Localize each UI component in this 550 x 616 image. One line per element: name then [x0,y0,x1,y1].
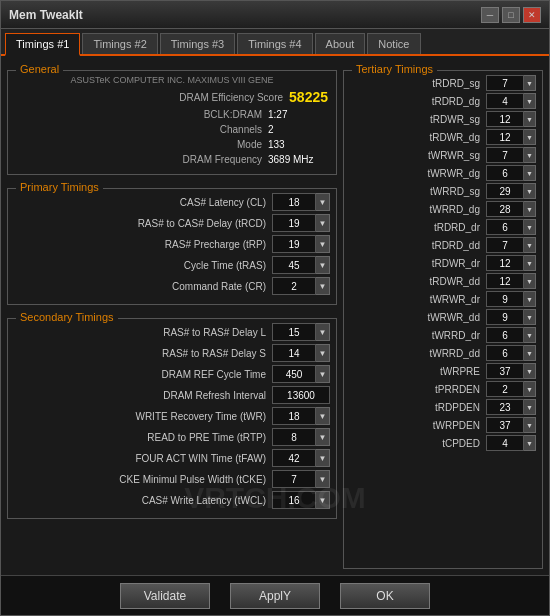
tertiary-dropdown-btn[interactable]: ▼ [524,147,536,163]
tertiary-timing-input[interactable] [486,327,524,343]
tertiary-dropdown-btn[interactable]: ▼ [524,399,536,415]
primary-dropdown-btn[interactable]: ▼ [316,214,330,232]
tertiary-row: tWRRD_sg ▼ [350,183,536,199]
tertiary-dropdown-btn[interactable]: ▼ [524,111,536,127]
primary-timing-input[interactable] [272,277,316,295]
tertiary-dropdown-btn[interactable]: ▼ [524,129,536,145]
secondary-timing-input[interactable] [272,407,316,425]
tertiary-timing-label: tWRRD_dr [350,330,486,341]
secondary-dropdown-btn[interactable]: ▼ [316,470,330,488]
close-button[interactable]: ✕ [523,7,541,23]
tab-timings1[interactable]: Timings #1 [5,33,80,56]
tertiary-timing-input[interactable] [486,345,524,361]
tertiary-dropdown-btn[interactable]: ▼ [524,417,536,433]
primary-row: RAS# to CAS# Delay (tRCD) ▼ [14,214,330,232]
tertiary-row: tRDRD_dd ▼ [350,237,536,253]
secondary-timing-input[interactable] [272,449,316,467]
tertiary-dropdown-btn[interactable]: ▼ [524,363,536,379]
secondary-dropdown-btn[interactable]: ▼ [316,407,330,425]
tertiary-timing-input[interactable] [486,435,524,451]
dram-efficiency-label: DRAM Efficiency Score [179,92,283,103]
primary-timing-input[interactable] [272,214,316,232]
primary-rows: CAS# Latency (CL) ▼ RAS# to CAS# Delay (… [14,193,330,295]
secondary-dropdown-btn[interactable]: ▼ [316,491,330,509]
tertiary-dropdown-btn[interactable]: ▼ [524,273,536,289]
restore-button[interactable]: □ [502,7,520,23]
tertiary-timing-input[interactable] [486,417,524,433]
tertiary-timing-input[interactable] [486,381,524,397]
primary-dropdown-btn[interactable]: ▼ [316,193,330,211]
minimize-button[interactable]: ─ [481,7,499,23]
secondary-dropdown-btn[interactable]: ▼ [316,449,330,467]
tertiary-timing-input[interactable] [486,219,524,235]
primary-dropdown-btn[interactable]: ▼ [316,256,330,274]
tertiary-timing-label: tWRRD_dg [350,204,486,215]
tertiary-timing-input[interactable] [486,363,524,379]
tertiary-timing-input[interactable] [486,237,524,253]
primary-timing-input[interactable] [272,193,316,211]
tertiary-timing-label: tRDRD_dg [350,96,486,107]
tertiary-dropdown-btn[interactable]: ▼ [524,201,536,217]
tertiary-dropdown-btn[interactable]: ▼ [524,219,536,235]
primary-timing-input[interactable] [272,235,316,253]
tertiary-dropdown-btn[interactable]: ▼ [524,75,536,91]
secondary-dropdown-btn[interactable]: ▼ [316,344,330,362]
tertiary-dropdown-btn[interactable]: ▼ [524,93,536,109]
tertiary-dropdown-btn[interactable]: ▼ [524,183,536,199]
tertiary-dropdown-btn[interactable]: ▼ [524,435,536,451]
secondary-timing-input[interactable] [272,386,330,404]
tab-about[interactable]: About [315,33,366,54]
primary-dropdown-btn[interactable]: ▼ [316,277,330,295]
secondary-timing-input[interactable] [272,323,316,341]
secondary-dropdown-btn[interactable]: ▼ [316,365,330,383]
tertiary-timing-input[interactable] [486,309,524,325]
tertiary-timing-input[interactable] [486,273,524,289]
ok-button[interactable]: OK [340,583,430,609]
tertiary-input-group: ▼ [486,345,536,361]
tab-notice[interactable]: Notice [367,33,420,54]
apply-button[interactable]: ApplY [230,583,320,609]
tertiary-timing-input[interactable] [486,165,524,181]
primary-timing-input[interactable] [272,256,316,274]
tertiary-timing-input[interactable] [486,183,524,199]
secondary-timing-input[interactable] [272,365,316,383]
secondary-dropdown-btn[interactable]: ▼ [316,428,330,446]
tertiary-timing-input[interactable] [486,201,524,217]
secondary-timing-input[interactable] [272,470,316,488]
primary-dropdown-btn[interactable]: ▼ [316,235,330,253]
tertiary-dropdown-btn[interactable]: ▼ [524,165,536,181]
tertiary-timing-input[interactable] [486,291,524,307]
secondary-group: Secondary Timings RAS# to RAS# Delay L ▼… [7,318,337,519]
tertiary-dropdown-btn[interactable]: ▼ [524,237,536,253]
tertiary-dropdown-btn[interactable]: ▼ [524,255,536,271]
secondary-dropdown-btn[interactable]: ▼ [316,323,330,341]
tertiary-timing-input[interactable] [486,129,524,145]
tab-timings4[interactable]: Timings #4 [237,33,312,54]
tertiary-timing-input[interactable] [486,399,524,415]
primary-row: RAS# Precharge (tRP) ▼ [14,235,330,253]
secondary-timing-input[interactable] [272,428,316,446]
tertiary-timing-input[interactable] [486,255,524,271]
tertiary-dropdown-btn[interactable]: ▼ [524,309,536,325]
tertiary-dropdown-btn[interactable]: ▼ [524,327,536,343]
tertiary-input-group: ▼ [486,93,536,109]
secondary-timing-input[interactable] [272,491,316,509]
tertiary-timing-label: tRDRD_sg [350,78,486,89]
tab-timings2[interactable]: Timings #2 [82,33,157,54]
tertiary-dropdown-btn[interactable]: ▼ [524,381,536,397]
tertiary-timing-input[interactable] [486,75,524,91]
secondary-timing-input[interactable] [272,344,316,362]
tertiary-timing-input[interactable] [486,111,524,127]
tertiary-timing-input[interactable] [486,93,524,109]
secondary-row: RAS# to RAS# Delay S ▼ [14,344,330,362]
tertiary-timing-input[interactable] [486,147,524,163]
secondary-row: READ to PRE Time (tRTP) ▼ [14,428,330,446]
tertiary-dropdown-btn[interactable]: ▼ [524,291,536,307]
footer: Validate ApplY OK [1,575,549,615]
tertiary-dropdown-btn[interactable]: ▼ [524,345,536,361]
validate-button[interactable]: Validate [120,583,210,609]
tertiary-row: tRDWR_dd ▼ [350,273,536,289]
secondary-input-group: ▼ [272,428,330,446]
tab-timings3[interactable]: Timings #3 [160,33,235,54]
secondary-timing-label: CKE Minimul Pulse Width (tCKE) [14,474,272,485]
